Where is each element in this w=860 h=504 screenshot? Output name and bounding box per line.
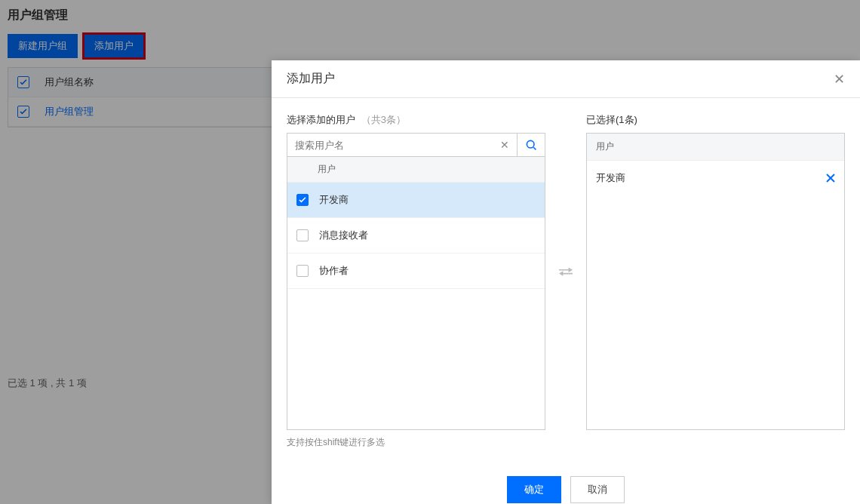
remove-selected-button[interactable] (826, 174, 835, 183)
available-count: （共3条） (361, 114, 406, 125)
selected-list: 用户 开发商 (586, 133, 845, 430)
available-list-header: 用户 (287, 157, 545, 183)
available-title: 选择添加的用户 （共3条） (287, 113, 545, 127)
modal-title: 添加用户 (287, 71, 335, 87)
search-row: ✕ (287, 133, 545, 157)
available-title-text: 选择添加的用户 (287, 114, 355, 125)
available-panel: 选择添加的用户 （共3条） ✕ (287, 113, 545, 430)
selected-title: 已选择(1条) (586, 113, 845, 127)
swap-icon (559, 266, 573, 277)
search-button[interactable] (518, 134, 545, 156)
user-checkbox[interactable] (296, 194, 309, 206)
user-item-developer[interactable]: 开发商 (287, 183, 545, 218)
close-icon (826, 174, 835, 183)
close-icon: ✕ (834, 72, 845, 87)
svg-line-1 (533, 147, 536, 149)
selected-panel: 已选择(1条) 用户 开发商 (586, 113, 845, 430)
confirm-button[interactable]: 确定 (507, 476, 561, 503)
selected-item-developer: 开发商 (587, 161, 844, 195)
user-checkbox[interactable] (296, 229, 309, 241)
user-item-message-receiver[interactable]: 消息接收者 (287, 218, 545, 254)
search-icon (525, 139, 537, 151)
selected-list-header: 用户 (587, 134, 844, 161)
clear-search-button[interactable]: ✕ (500, 139, 509, 151)
search-input[interactable] (295, 134, 500, 156)
add-user-modal: 添加用户 ✕ 选择添加的用户 （共3条） ✕ (272, 60, 860, 504)
close-button[interactable]: ✕ (834, 72, 845, 86)
user-label: 消息接收者 (319, 229, 368, 242)
user-label: 协作者 (319, 264, 349, 278)
available-list: 用户 开发商 消息接收者 (287, 157, 545, 430)
svg-point-0 (527, 140, 534, 148)
cancel-button[interactable]: 取消 (570, 476, 625, 503)
modal-header: 添加用户 ✕ (272, 60, 860, 98)
modal-footer: 确定 取消 (272, 464, 860, 504)
transfer-widget: 选择添加的用户 （共3条） ✕ (287, 113, 845, 430)
multiselect-hint: 支持按住shift键进行多选 (287, 436, 845, 449)
selected-user-label: 开发商 (596, 171, 625, 185)
user-label: 开发商 (319, 193, 349, 207)
close-icon: ✕ (500, 139, 509, 151)
user-checkbox[interactable] (296, 265, 309, 277)
search-input-wrap: ✕ (287, 134, 518, 156)
modal-body: 选择添加的用户 （共3条） ✕ (272, 98, 860, 464)
user-item-collaborator[interactable]: 协作者 (287, 254, 545, 289)
transfer-arrows (556, 113, 576, 430)
